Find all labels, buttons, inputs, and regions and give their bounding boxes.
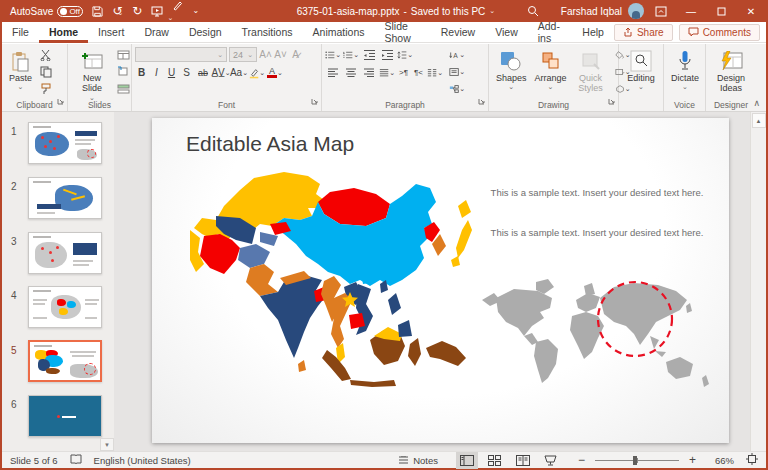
country-japan-honshu[interactable] — [456, 220, 472, 258]
decrease-indent-button[interactable] — [361, 47, 377, 62]
world-map[interactable] — [480, 278, 712, 392]
collapse-ribbon-button[interactable]: ∧ — [753, 98, 760, 108]
accessibility-checker-icon[interactable] — [70, 454, 82, 466]
ribbon-display-options-button[interactable] — [646, 0, 676, 22]
text-shadow-button[interactable]: S — [180, 65, 193, 80]
drawing-dialog-launcher[interactable] — [608, 91, 616, 109]
slide-thumbnail-2[interactable] — [28, 177, 102, 219]
clipboard-dialog-launcher[interactable] — [57, 91, 65, 109]
numbering-button[interactable]: ⌄ — [343, 47, 359, 62]
zoom-level[interactable]: 66% — [710, 455, 734, 466]
italic-button[interactable]: I — [150, 65, 163, 80]
tab-slide-show[interactable]: Slide Show — [375, 22, 431, 43]
zoom-slider[interactable] — [595, 460, 679, 461]
search-button[interactable] — [516, 0, 550, 22]
bold-button[interactable]: B — [135, 65, 148, 80]
underline-button[interactable]: U — [165, 65, 178, 80]
country-indonesia-papua[interactable] — [426, 341, 466, 366]
copy-button[interactable] — [38, 64, 54, 79]
columns-button[interactable]: ⌄ — [427, 65, 443, 80]
rtl-direction-button[interactable]: ¶< — [412, 65, 425, 80]
dictate-button[interactable]: Dictate ⌄ — [667, 47, 703, 93]
slide-thumbnail-4[interactable] — [28, 286, 102, 328]
maximize-button[interactable] — [706, 0, 736, 22]
reading-view-button[interactable] — [512, 452, 534, 469]
country-indonesia-sumatra[interactable] — [322, 350, 351, 381]
sample-text-1[interactable]: This is a sample text. Insert your desir… — [490, 186, 704, 199]
sample-text-2[interactable]: This is a sample text. Insert your desir… — [490, 226, 704, 239]
country-pakistan[interactable] — [246, 264, 278, 296]
shapes-button[interactable]: Shapes ⌄ — [492, 47, 531, 93]
fit-slide-to-window-button[interactable] — [746, 453, 758, 467]
country-philippines-mindanao[interactable] — [398, 320, 412, 337]
pen-mode-button[interactable]: ⌄ — [172, 0, 183, 22]
slide-show-button[interactable] — [540, 452, 562, 469]
asia-map[interactable] — [188, 168, 472, 390]
tab-insert[interactable]: Insert — [88, 22, 134, 43]
slide-indicator[interactable]: Slide 5 of 6 — [10, 455, 58, 466]
zoom-out-button[interactable]: − — [578, 453, 585, 467]
scroll-up-button[interactable]: ▲ — [752, 113, 766, 128]
increase-font-size-button[interactable]: A˄ — [259, 47, 272, 62]
quick-styles-button[interactable]: Quick Styles — [571, 47, 611, 96]
slide-thumbnail-3[interactable] — [28, 232, 102, 274]
customize-qat-button[interactable]: ⌄ — [192, 7, 199, 15]
design-ideas-button[interactable]: Design Ideas — [709, 47, 753, 96]
paragraph-dialog-launcher[interactable] — [478, 91, 486, 109]
save-button[interactable] — [92, 6, 103, 17]
tab-add-ins[interactable]: Add-ins — [528, 22, 573, 43]
font-color-button[interactable]: A⌄ — [267, 65, 283, 80]
arrange-button[interactable]: Arrange ⌄ — [531, 47, 571, 93]
font-size-combobox[interactable]: 24⌄ — [229, 47, 257, 62]
country-indonesia-sulawesi[interactable] — [408, 338, 421, 366]
comments-button[interactable]: Comments — [679, 24, 760, 41]
increase-indent-button[interactable] — [379, 47, 395, 62]
tab-file[interactable]: File — [2, 22, 39, 43]
editing-button[interactable]: Editing ⌄ — [623, 47, 659, 93]
line-spacing-button[interactable]: ⌄ — [397, 47, 413, 62]
tab-help[interactable]: Help — [572, 22, 614, 43]
ltr-direction-button[interactable]: >¶ — [397, 65, 410, 80]
tab-review[interactable]: Review — [431, 22, 485, 43]
share-button[interactable]: Share — [614, 24, 673, 41]
font-name-combobox[interactable]: ⌄ — [135, 47, 227, 62]
country-iran-turkmenistan[interactable] — [200, 234, 240, 274]
change-case-button[interactable]: Aa⌄ — [231, 65, 247, 80]
tab-home[interactable]: Home — [39, 22, 88, 43]
minimize-button[interactable]: — — [676, 0, 706, 22]
zoom-slider-thumb[interactable] — [633, 456, 637, 465]
thumbnail-scroll-down-button[interactable]: ▼ — [100, 438, 114, 451]
zoom-in-button[interactable]: + — [689, 453, 696, 467]
justify-button[interactable]: ⌄ — [379, 65, 395, 80]
align-right-button[interactable] — [361, 65, 377, 80]
slide-thumbnail-1[interactable] — [28, 122, 102, 164]
tab-design[interactable]: Design — [179, 22, 232, 43]
canvas-vertical-scrollbar[interactable]: ▲ — [750, 112, 766, 451]
format-painter-button[interactable] — [38, 81, 54, 96]
tab-transitions[interactable]: Transitions — [232, 22, 303, 43]
start-from-beginning-button[interactable] — [151, 6, 163, 17]
repeat-button[interactable]: ↻ — [132, 5, 142, 17]
country-indonesia-java[interactable] — [350, 380, 396, 387]
autosave-toggle[interactable]: AutoSave Off — [10, 6, 83, 17]
font-dialog-launcher[interactable] — [311, 91, 319, 109]
align-center-button[interactable] — [343, 65, 359, 80]
decrease-font-size-button[interactable]: A˅ — [274, 47, 287, 62]
clear-formatting-button[interactable]: A̷ — [289, 47, 302, 62]
slide-thumbnail-5[interactable] — [28, 340, 102, 382]
document-title[interactable]: 6375-01-asia-map.pptx - Saved to this PC… — [297, 6, 496, 17]
layout-button[interactable] — [115, 47, 131, 62]
paste-button[interactable]: Paste ⌄ — [5, 47, 36, 93]
highlight-color-button[interactable]: ⌄ — [249, 65, 265, 80]
slide-sorter-button[interactable] — [484, 452, 506, 469]
autosave-switch-icon[interactable]: Off — [57, 6, 83, 17]
country-sri-lanka[interactable] — [298, 360, 306, 372]
reset-button[interactable] — [115, 64, 131, 79]
character-spacing-button[interactable]: A̲V̲⌄ — [213, 65, 229, 80]
section-button[interactable] — [115, 81, 131, 96]
convert-to-smartart-button[interactable]: ⌄ — [449, 81, 465, 96]
country-philippines-luzon[interactable] — [388, 293, 401, 315]
notes-button[interactable]: Notes — [398, 455, 438, 466]
slide-title[interactable]: Editable Asia Map — [186, 132, 354, 156]
undo-button[interactable]: ↺⌄ — [112, 5, 123, 17]
